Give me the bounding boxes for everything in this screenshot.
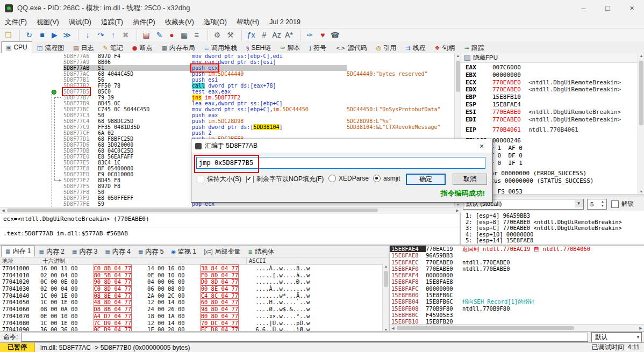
argument-row[interactable]: 5: [esp+14] 15E8FAE8 bbox=[461, 238, 644, 244]
tab-graph[interactable]: ◫流程图 bbox=[33, 42, 68, 53]
disasm-row[interactable]: 5D8F77B779 39jns im.5D8F77F2 bbox=[0, 95, 461, 100]
plugins-icon[interactable]: ⚒ bbox=[224, 30, 237, 41]
argument-row[interactable]: 1: [esp+4] 96A59BB3 bbox=[461, 213, 644, 219]
tab-log[interactable]: ▤日志 bbox=[69, 42, 98, 53]
references-icon[interactable]: # bbox=[258, 30, 270, 41]
favourites-icon[interactable]: ♥ bbox=[317, 30, 329, 41]
register-row[interactable]: EIP770B4061ntdll.770B4061 bbox=[461, 126, 644, 134]
assemble-instruction-input[interactable] bbox=[196, 157, 485, 169]
breakpoints-icon[interactable]: ● bbox=[166, 30, 178, 41]
menu-item[interactable]: 选项(O) bbox=[199, 16, 232, 28]
menu-item[interactable]: 文件(F) bbox=[0, 16, 32, 28]
tab-breakpoints[interactable]: ●断点 bbox=[128, 42, 157, 53]
disasm-row[interactable]: 5D8F77A98B06mov eax,dword ptr ds:[esi] bbox=[0, 59, 461, 65]
tab-threads[interactable]: ⇉线程 bbox=[401, 42, 430, 53]
argument-count-stepper[interactable]: 5 ▲▼ bbox=[587, 199, 607, 210]
xedparse-radio[interactable]: XEDParse bbox=[328, 175, 369, 182]
run-icon[interactable]: ▶ bbox=[48, 30, 61, 41]
disasm-row[interactable]: 5D8F77BCC745 0C 5044C45Dmov dword ptr ss… bbox=[0, 106, 461, 112]
disasm-row[interactable]: 5D8F77C350push eax bbox=[0, 112, 461, 118]
disasm-row[interactable]: 5D8F77B98D45 0Clea eax,dword ptr ss:[ebp… bbox=[0, 100, 461, 106]
close-process-icon[interactable]: ✖ bbox=[119, 30, 132, 41]
register-row[interactable]: EBX00000000 bbox=[461, 71, 644, 79]
annotate-icon[interactable]: ✑ bbox=[300, 30, 317, 41]
tab-dump-2[interactable]: ▦内存 2 bbox=[35, 247, 68, 257]
call-stack-icon[interactable]: ≡ bbox=[190, 30, 203, 41]
asmjit-radio[interactable]: asmjit bbox=[373, 175, 400, 182]
menu-item[interactable]: 插件(P) bbox=[128, 16, 160, 28]
disasm-row[interactable]: 5D8F77CF6A 02push 2 bbox=[0, 130, 461, 136]
stack-row[interactable]: 15E8FAFC00000000 bbox=[390, 285, 644, 292]
register-row[interactable]: ESP15E8FAE4 bbox=[461, 101, 644, 109]
menu-item[interactable]: 收藏夹(V) bbox=[160, 16, 199, 28]
restart-icon[interactable]: ↻ bbox=[19, 30, 36, 41]
tab-memory-map[interactable]: ▦内存布局 bbox=[157, 42, 199, 53]
disasm-row[interactable]: 5D8F77C9FF35 0481D35Dpush dword ptr ds:[… bbox=[0, 124, 461, 130]
phone-icon[interactable]: ☎ bbox=[329, 30, 341, 41]
fill-nop-checkbox[interactable]: 剩余字节以NOP填充(F) bbox=[246, 175, 324, 184]
menu-item[interactable]: 追踪(T) bbox=[96, 16, 128, 28]
close-button[interactable]: × bbox=[620, 0, 644, 16]
highlight-icon[interactable]: A* bbox=[283, 30, 295, 41]
dump-row[interactable]: 7704109036 00 36 000C D9 04 771E 00 20 0… bbox=[0, 326, 389, 331]
command-input[interactable] bbox=[21, 333, 588, 342]
calculator-icon[interactable]: ƒx bbox=[241, 30, 258, 41]
disasm-row[interactable]: 5D8F77B585C0test eax,eax bbox=[0, 89, 461, 95]
register-row[interactable]: EAX007C6000 bbox=[461, 64, 644, 71]
register-row[interactable]: EBP15E8FB10 bbox=[461, 94, 644, 101]
cancel-button[interactable]: 取消 bbox=[453, 174, 487, 185]
tab-locals[interactable]: [x=]局部变量 bbox=[200, 247, 244, 257]
tab-struct[interactable]: ≣结构体 bbox=[245, 247, 278, 257]
tab-call-stack[interactable]: ≡调用堆栈 bbox=[200, 42, 241, 53]
register-row[interactable]: ECX770EABE0<ntdll.DbgUiRemoteBreakin> bbox=[461, 79, 644, 87]
step-out-icon[interactable]: ↑ bbox=[107, 30, 119, 41]
dump-row[interactable]: 770410700E 00 10 00A4 D7 04 7718 00 1A 0… bbox=[0, 313, 389, 320]
stack-hscrollbar[interactable]: ◀ ▶ bbox=[390, 324, 644, 331]
stack-row[interactable]: 15E8FB0CF45905E3 bbox=[390, 312, 644, 318]
register-row[interactable]: ESI770EABE0<ntdll.DbgUiRemoteBreakin> bbox=[461, 109, 644, 116]
tab-watch-1[interactable]: ◉监视 1 bbox=[167, 247, 200, 257]
notes-icon[interactable]: ✎ bbox=[153, 30, 166, 41]
ok-button[interactable]: 确定 bbox=[406, 174, 446, 185]
breakpoint-dot[interactable] bbox=[52, 90, 56, 95]
tab-seh[interactable]: §SEH链 bbox=[242, 42, 275, 53]
dialog-close-icon[interactable]: × bbox=[471, 139, 492, 153]
keep-size-checkbox[interactable]: 保持大小(S) bbox=[197, 175, 241, 184]
tab-source[interactable]: <>源代码 bbox=[331, 42, 371, 53]
stack-row[interactable]: 15E8FAF400000000 bbox=[390, 272, 644, 278]
registers-scrollbar[interactable]: ▲ ▼ bbox=[638, 53, 644, 194]
log-window-icon[interactable]: ▤ bbox=[137, 30, 153, 41]
disasm-row[interactable]: 5D8F77AC68 4044C45Dpush im.5DC444405DC44… bbox=[0, 71, 461, 77]
stack-row[interactable]: 15E8FAEC770EABE0ntdll.770EABE0 bbox=[390, 259, 644, 265]
dump-row[interactable]: 7704103002 00 04 00C0 8D 04 7706 00 08 0… bbox=[0, 285, 389, 292]
tab-references[interactable]: ◎引用 bbox=[372, 42, 401, 53]
disasm-row[interactable]: 5D8F77B156push esi bbox=[0, 77, 461, 83]
tab-trace[interactable]: ➟跟踪 bbox=[460, 42, 488, 53]
tab-script[interactable]: ✑脚本 bbox=[276, 42, 304, 53]
tab-notes[interactable]: ✎笔记 bbox=[99, 42, 127, 53]
dump-row[interactable]: 770410801C 00 1E 007C D9 04 7712 00 14 0… bbox=[0, 320, 389, 327]
settings-icon[interactable]: ⚙ bbox=[207, 30, 224, 41]
unlock-checkbox[interactable]: 解锁 bbox=[611, 200, 634, 208]
stack-row[interactable]: 15E8FB0415E8FB6C指向SEH_Record[1]的指针 bbox=[390, 298, 644, 305]
disasm-row[interactable]: 5D8F77AB51push ecx bbox=[0, 65, 461, 71]
tab-cpu[interactable]: ▣CPU bbox=[1, 41, 32, 53]
tab-dump-4[interactable]: ▦内存 4 bbox=[101, 247, 134, 257]
open-file-icon[interactable]: ❐ bbox=[2, 30, 15, 41]
dump-row[interactable]: 770410200C 00 0E 0090 8D 04 7704 00 06 0… bbox=[0, 278, 389, 285]
dialog-title-bar[interactable]: 汇编于 5D8F77AB × bbox=[191, 139, 492, 153]
sort-az-icon[interactable]: Az bbox=[270, 30, 283, 41]
tab-handles[interactable]: ❖句柄 bbox=[431, 42, 460, 53]
tab-dump-1[interactable]: ▦内存 1 bbox=[1, 246, 35, 257]
dump-row[interactable]: 7704106008 00 0A 00D8 8B 04 7724 00 26 0… bbox=[0, 306, 389, 313]
menu-item[interactable]: 帮助(H) bbox=[232, 16, 264, 28]
step-into-icon[interactable]: ↓ bbox=[78, 30, 95, 41]
stack-row[interactable]: 15E8FAF815E8FAE8 bbox=[390, 278, 644, 285]
command-scope-select[interactable]: 默认 ▼ bbox=[591, 332, 642, 342]
stack-row[interactable]: 15E8FB0015E8FB6C bbox=[390, 292, 644, 298]
dump-row[interactable]: 770410401C 00 1E 0008 8E 04 772A 00 2C 0… bbox=[0, 292, 389, 299]
stack-row[interactable]: 15E8FB08770B9F80ntdll.770B9F80 bbox=[390, 305, 644, 312]
register-row[interactable]: EDX770EABE0<ntdll.DbgUiRemoteBreakin> bbox=[461, 86, 644, 94]
minimize-button[interactable]: – bbox=[571, 0, 596, 16]
stack-row[interactable]: 15E8FAF0770EABE0ntdll.770EABE0 bbox=[390, 265, 644, 272]
